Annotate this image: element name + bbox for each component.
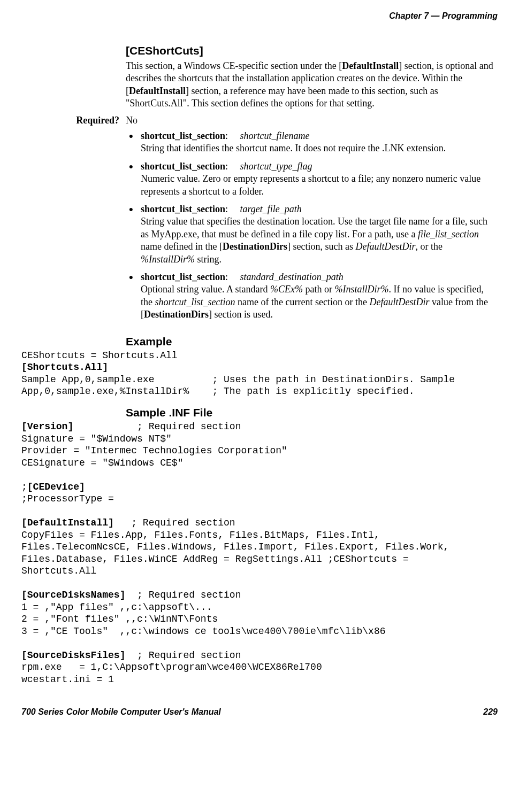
code-line: Shortcuts.All [21,566,96,576]
list-item: shortcut_list_section: shortcut_type_fla… [126,160,498,198]
footer-page-number: 229 [483,707,498,718]
chapter-label: Chapter [389,11,421,20]
bullet-desc: Numeric value. Zero or empty represents … [141,173,480,196]
bold-run: DefaultInstall [129,86,186,96]
code-line: ; Required section [125,590,241,600]
ceshortcuts-description: This section, a Windows CE-specific sect… [126,60,498,110]
text-run: name of the current section or the [235,297,370,307]
bullet-param: shortcut_filename [240,130,310,141]
code-line: App,0,sample.exe,%InstallDir% ; The path… [21,386,415,397]
colon: : [225,204,228,214]
code-line: ; Required section [73,421,241,432]
bullet-label: shortcut_list_section [141,204,225,214]
code-line: wcestart.ini = 1 [21,674,114,685]
code-line-bold: [SourceDisksFiles] [21,650,125,661]
ital-run: DefaultDestDir [369,297,429,307]
code-line: ; [21,482,27,492]
code-line: CEShortcuts = Shortcuts.All [21,350,178,361]
sample-inf-heading: Sample .INF File [126,405,498,420]
ital-run: %InstallDir% [334,284,388,295]
page-header: Chapter 7 — Programming [21,11,498,22]
text-run: path or [303,284,334,295]
code-line: ; Required section [114,517,235,528]
required-row: Required? No shortcut_list_section: shor… [21,114,498,327]
footer-left: 700 Series Color Mobile Computer User's … [21,707,221,718]
example-code-block: CEShortcuts = Shortcuts.All [Shortcuts.A… [21,350,498,398]
code-line-bold: [Shortcuts.All] [21,362,108,373]
ital-run: shortcut_list_section [155,297,235,307]
code-line-bold: [CEDevice] [27,482,85,492]
ital-run: DefaultDestDir [355,241,415,252]
colon: : [225,161,228,172]
example-heading: Example [126,334,498,349]
code-line: 1 = ,"App files" ,,c:\appsoft\... [21,602,212,613]
required-value-text: No [126,115,138,126]
ceshortcuts-section: [CEShortCuts] This section, a Windows CE… [126,43,498,110]
bold-run: DefaultInstall [342,60,399,71]
code-line-bold: [Version] [21,421,73,432]
text-run: , or the [415,241,442,252]
ital-run: file_list_section [418,229,479,239]
required-value: No shortcut_list_section: shortcut_filen… [126,114,498,327]
chapter-title: Programming [442,11,498,20]
code-line: Signature = "$Windows NT$" [21,434,172,444]
sample-inf-code-block: [Version] ; Required section Signature =… [21,421,498,685]
page-footer: 700 Series Color Mobile Computer User's … [21,707,498,718]
code-line: Files.TelecomNcsCE, Files.Windows, Files… [21,542,449,552]
bullet-label: shortcut_list_section [141,130,225,141]
bullet-desc: String that identifies the shortcut name… [141,143,446,153]
required-label: Required? [21,114,126,127]
bullet-param: target_file_path [240,204,302,214]
list-item: shortcut_list_section: shortcut_filename… [126,130,498,155]
code-line: rpm.exe = 1,C:\Appsoft\program\wce400\WC… [21,662,322,672]
code-line: ; Required section [125,650,241,661]
bullet-param: standard_destination_path [240,272,344,282]
code-line: CopyFiles = Files.App, Files.Fonts, File… [21,530,380,540]
ceshortcuts-heading: [CEShortCuts] [126,43,498,58]
text-run: ] section, such as [287,241,355,252]
ital-run: %CEx% [270,284,303,295]
text-run: ] section is used. [209,309,273,320]
code-line: ;ProcessorType = [21,493,114,504]
bullet-label: shortcut_list_section [141,161,225,172]
chapter-number: 7 [424,11,429,20]
list-item: shortcut_list_section: target_file_path … [126,203,498,266]
code-line-bold: [DefaultInstall] [21,517,114,528]
text-run: string. [195,254,222,265]
dash: — [431,11,440,20]
colon: : [225,272,228,282]
code-line: Sample App,0,sample.exe ; Uses the path … [21,374,455,385]
text-run: This section, a Windows CE-specific sect… [126,60,342,71]
bullet-param: shortcut_type_flag [240,161,312,172]
text-run: name defined in the [ [141,241,223,252]
code-line-bold: [SourceDisksNames] [21,590,125,600]
code-line: 2 = ,"Font files" ,,c:\WinNT\Fonts [21,614,218,624]
shortcut-bullet-list: shortcut_list_section: shortcut_filename… [126,130,498,321]
code-line: CESignature = "$Windows CE$" [21,458,183,468]
bold-run: DestinationDirs [144,309,209,320]
ital-run: %InstallDir% [141,254,195,265]
code-line: Provider = "Intermec Technologies Corpor… [21,445,287,456]
list-item: shortcut_list_section: standard_destinat… [126,271,498,321]
code-line: 3 = ,"CE Tools" ,,c:\windows ce tools\wc… [21,626,386,637]
bold-run: DestinationDirs [223,241,287,252]
bullet-label: shortcut_list_section [141,272,225,282]
text-run: Optional string value. A standard [141,284,270,295]
colon: : [225,130,228,141]
code-line: Files.Database, Files.WinCE AddReg = Reg… [21,554,409,564]
